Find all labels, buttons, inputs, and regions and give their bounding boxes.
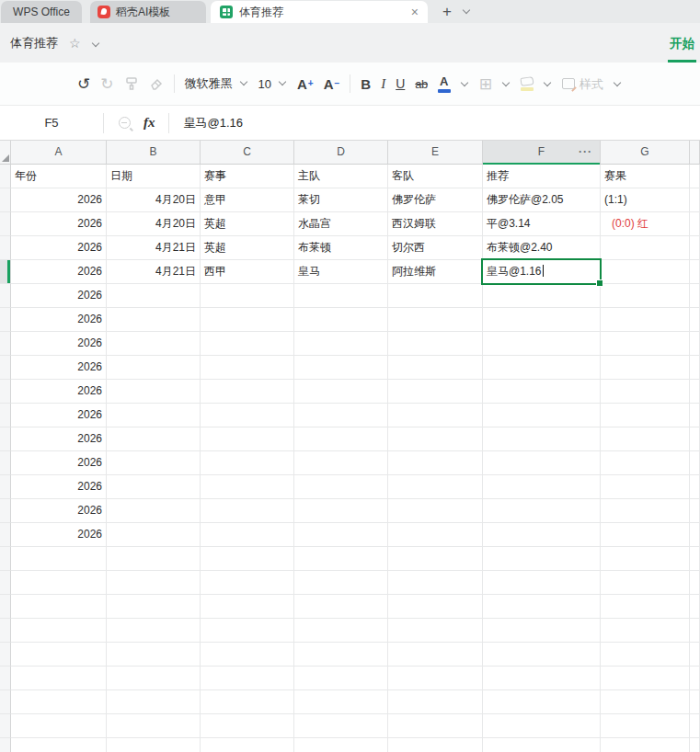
cell[interactable] [294, 643, 388, 667]
cell[interactable] [11, 667, 107, 690]
cell[interactable]: 4月21日 [107, 260, 201, 284]
cell[interactable] [690, 738, 700, 752]
row-header[interactable] [0, 475, 11, 499]
cell[interactable] [107, 738, 201, 752]
column-header-D[interactable]: D [294, 141, 388, 165]
cell[interactable] [601, 236, 690, 260]
cell[interactable] [690, 188, 700, 212]
row-header[interactable] [0, 523, 11, 547]
cell[interactable] [107, 690, 201, 714]
cell[interactable] [601, 404, 690, 427]
cell[interactable] [294, 404, 388, 427]
cell[interactable] [201, 714, 294, 738]
magnifier-minus-icon[interactable] [119, 117, 131, 129]
cell[interactable] [11, 619, 107, 643]
tab-docer-ai-template[interactable]: 稻壳AI模板 [90, 1, 206, 23]
cell[interactable] [690, 212, 700, 236]
cell[interactable] [483, 308, 601, 332]
cell[interactable] [201, 690, 294, 714]
row-header[interactable] [0, 547, 11, 571]
cell[interactable] [294, 380, 388, 404]
cell[interactable]: 英超 [201, 212, 294, 236]
cell[interactable] [294, 499, 388, 523]
cell[interactable] [388, 595, 483, 619]
cell[interactable] [690, 260, 700, 284]
cell[interactable] [388, 475, 483, 499]
cell[interactable]: 推荐 [483, 165, 601, 188]
font-family-select[interactable]: 微软雅黑 [185, 75, 248, 92]
row-header[interactable] [0, 499, 11, 523]
font-color-chevron-icon[interactable] [461, 80, 469, 88]
name-box[interactable]: F5 [0, 116, 103, 130]
cell[interactable] [388, 547, 483, 571]
cell[interactable] [601, 523, 690, 547]
cell[interactable]: 平@3.14 [483, 212, 601, 236]
cell[interactable] [201, 547, 294, 571]
cell[interactable] [690, 404, 700, 427]
menu-tab-home[interactable]: 开始 [668, 36, 696, 63]
cell[interactable] [11, 738, 107, 752]
cell[interactable] [690, 427, 700, 451]
cell[interactable]: 意甲 [201, 188, 294, 212]
cell[interactable] [690, 571, 700, 595]
row-header[interactable] [0, 308, 11, 332]
cell[interactable] [690, 284, 700, 308]
cell[interactable] [201, 643, 294, 667]
column-header-F[interactable]: F··· [483, 141, 601, 165]
cell[interactable]: 佛罗伦萨@2.05 [483, 188, 601, 212]
borders-button[interactable]: ⊞ [479, 76, 492, 92]
cell[interactable] [388, 356, 483, 380]
column-header-G[interactable]: G [601, 141, 690, 165]
cell[interactable]: 2026 [11, 451, 107, 475]
cell[interactable] [483, 571, 601, 595]
cell[interactable]: 2026 [11, 427, 107, 451]
cell[interactable] [690, 523, 700, 547]
cell[interactable] [388, 690, 483, 714]
cell[interactable]: 主队 [294, 165, 388, 188]
cell[interactable]: 布莱顿@2.40 [483, 236, 601, 260]
italic-button[interactable]: I [381, 77, 385, 91]
cell[interactable] [11, 643, 107, 667]
row-header[interactable] [0, 571, 11, 595]
cell[interactable] [107, 643, 201, 667]
underline-button[interactable]: U [396, 77, 405, 90]
cell[interactable] [11, 690, 107, 714]
cell-style-button[interactable]: 样式 [562, 78, 603, 90]
cell[interactable] [483, 404, 601, 427]
cell[interactable] [601, 499, 690, 523]
decrease-font-button[interactable]: A− [324, 77, 340, 91]
cell[interactable]: 西汉姆联 [388, 212, 483, 236]
cell[interactable] [690, 356, 700, 380]
cell[interactable] [11, 571, 107, 595]
cell[interactable] [388, 499, 483, 523]
cell[interactable] [107, 332, 201, 356]
column-header-partial[interactable] [690, 141, 700, 165]
cell[interactable] [690, 667, 700, 690]
cell[interactable] [201, 284, 294, 308]
select-all-corner[interactable] [0, 141, 11, 165]
row-header[interactable] [0, 188, 11, 212]
cell[interactable]: 皇马 [294, 260, 388, 284]
cell[interactable] [201, 332, 294, 356]
cell[interactable] [601, 451, 690, 475]
row-header[interactable] [0, 236, 11, 260]
cell[interactable]: 2026 [11, 499, 107, 523]
cell[interactable] [388, 619, 483, 643]
column-options-icon[interactable]: ··· [579, 141, 592, 164]
cell[interactable] [601, 690, 690, 714]
cell[interactable] [294, 571, 388, 595]
cell[interactable] [601, 475, 690, 499]
cell[interactable] [201, 595, 294, 619]
row-header[interactable] [0, 404, 11, 427]
cell[interactable] [107, 427, 201, 451]
fill-color-chevron-icon[interactable] [544, 80, 552, 88]
cell[interactable]: 西甲 [201, 260, 294, 284]
cell[interactable] [107, 380, 201, 404]
tab-sports-recommend[interactable]: 体育推荐 × [211, 1, 428, 23]
cell[interactable] [483, 595, 601, 619]
cell[interactable] [294, 547, 388, 571]
cell[interactable] [483, 643, 601, 667]
row-header[interactable] [0, 667, 11, 690]
cell[interactable]: 佛罗伦萨 [388, 188, 483, 212]
row-header[interactable] [0, 595, 11, 619]
